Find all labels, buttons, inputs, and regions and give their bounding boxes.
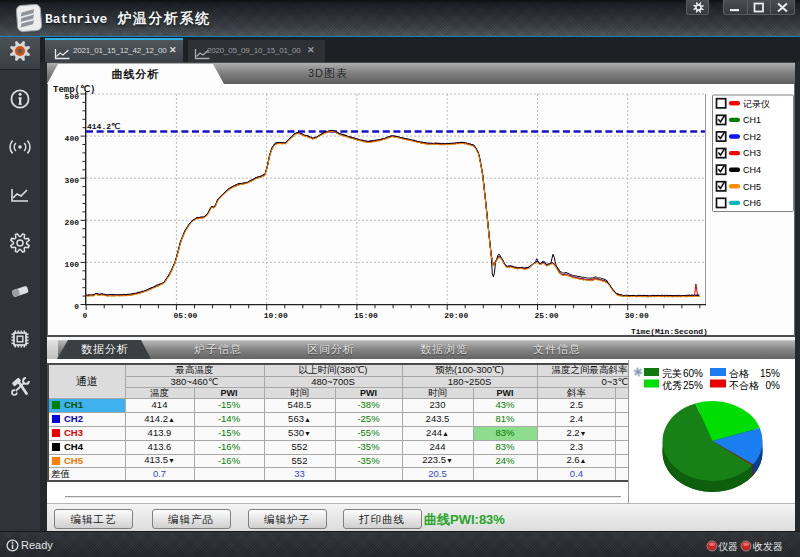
svg-text:60%: 60%: [683, 368, 703, 379]
svg-text:15%: 15%: [760, 368, 780, 379]
svg-text:0%: 0%: [766, 380, 781, 391]
svg-text:不合格: 不合格: [729, 380, 759, 391]
svg-text:完美: 完美: [662, 368, 682, 379]
svg-text:优秀: 优秀: [662, 380, 682, 391]
svg-text:合格: 合格: [729, 368, 749, 379]
svg-text:25%: 25%: [683, 380, 703, 391]
